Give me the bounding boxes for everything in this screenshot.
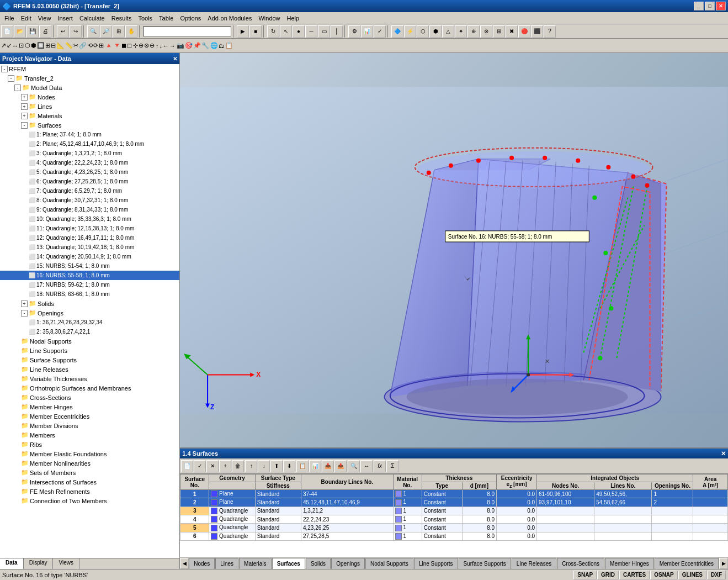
tb-extra5[interactable]: △: [442, 25, 454, 38]
tb-extra6[interactable]: ✦: [455, 25, 467, 38]
tb-extra10[interactable]: ✖: [506, 25, 518, 38]
menu-table[interactable]: Table: [156, 14, 177, 23]
tree-rfem[interactable]: - RFEM: [0, 64, 179, 73]
tb-pan[interactable]: ✋: [125, 25, 137, 38]
expand-transfer2[interactable]: -: [8, 75, 14, 82]
tab-materials[interactable]: Materials: [239, 558, 272, 569]
tree-surfaces[interactable]: - 📁 Surfaces: [0, 120, 179, 130]
tb-member[interactable]: │: [331, 25, 343, 38]
tree-nodal-supports[interactable]: 📁 Nodal Supports: [0, 336, 179, 346]
tree-surf-8[interactable]: ⬜ 8: Quadrangle; 30,7,32,31; 1; 8.0 mm: [0, 196, 179, 205]
tree-member-hinges[interactable]: 📁 Member Hinges: [0, 402, 179, 412]
command-input[interactable]: [143, 27, 231, 36]
nav-tab-display[interactable]: Display: [24, 558, 54, 569]
tb2-15[interactable]: ⟳: [93, 42, 98, 49]
tb-calc[interactable]: ⚙: [348, 25, 360, 38]
tree-surf-9[interactable]: ⬜ 9: Quadrangle; 8,31,34,33; 1; 8.0 mm: [0, 205, 179, 214]
tb2-13[interactable]: 🔗: [79, 42, 87, 49]
tb-surface[interactable]: ▭: [318, 25, 330, 38]
tree-surf-17[interactable]: ⬜ 17: NURBS; 59-62; 1; 8.0 mm: [0, 280, 179, 289]
tb-node[interactable]: ●: [293, 25, 305, 38]
maximize-button[interactable]: □: [705, 2, 715, 10]
tb2-10[interactable]: 📐: [57, 42, 65, 49]
tab-scroll-left[interactable]: ◀: [180, 558, 189, 569]
viewport-3d[interactable]: Z X: [180, 53, 728, 447]
tb-zoom-all[interactable]: ⊞: [113, 25, 125, 38]
tree-fe-mesh[interactable]: 📁 FE Mesh Refinements: [0, 487, 179, 496]
tb2-7[interactable]: 🔲: [37, 42, 45, 49]
tb-undo[interactable]: ↩: [57, 25, 69, 38]
dxf-button[interactable]: DXF: [707, 571, 726, 579]
tree-line-supports[interactable]: 📁 Line Supports: [0, 346, 179, 355]
tb2-27[interactable]: ←: [163, 43, 169, 49]
tbl-btn-4[interactable]: +: [219, 460, 231, 472]
tbl-btn-5[interactable]: 🗑: [232, 460, 244, 472]
tb-zoom-out[interactable]: 🔎: [100, 25, 112, 38]
tab-nodal-supports[interactable]: Nodal Supports: [365, 558, 413, 569]
expand-openings[interactable]: -: [21, 310, 28, 317]
tb-extra2[interactable]: ⚡: [404, 25, 416, 38]
tb2-3[interactable]: ↔: [12, 43, 18, 49]
tb-results[interactable]: 📊: [361, 25, 373, 38]
tb-print[interactable]: 🖨: [39, 25, 51, 38]
tb2-30[interactable]: 🎯: [185, 42, 193, 49]
tab-scroll-right[interactable]: ▶: [719, 558, 728, 569]
tree-surf-13[interactable]: ⬜ 13: Quadrangle; 10,19,42,18; 1; 8.0 mm: [0, 242, 179, 252]
tb2-18[interactable]: 🔻: [113, 42, 121, 49]
table-row[interactable]: 3 Quadrangle Standard 1,3,21,2 1 Constan…: [180, 507, 728, 515]
tbl-btn-6[interactable]: ↑: [245, 460, 257, 472]
tbl-btn-fx[interactable]: fx: [374, 460, 386, 472]
tb-select[interactable]: ↖: [280, 25, 292, 38]
tree-surf-11[interactable]: ⬜ 11: Quadrangle; 12,15,38,13; 1; 8.0 mm: [0, 224, 179, 233]
expand-nodes[interactable]: +: [21, 94, 28, 101]
tb2-35[interactable]: 📋: [225, 42, 233, 49]
expand-lines[interactable]: +: [21, 103, 28, 110]
tree-openings[interactable]: - 📁 Openings: [0, 308, 179, 318]
tree-surf-4[interactable]: ⬜ 4: Quadrangle; 22,2,24,23; 1; 8.0 mm: [0, 158, 179, 167]
tab-line-releases[interactable]: Line Releases: [512, 558, 556, 569]
tree-mem-nonlin[interactable]: 📁 Member Nonlinearities: [0, 458, 179, 468]
minimize-button[interactable]: _: [694, 2, 704, 10]
menu-view[interactable]: View: [35, 14, 55, 23]
tree-surf-3[interactable]: ⬜ 3: Quadrangle; 1,3,21,2; 1; 8.0 mm: [0, 149, 179, 158]
tb2-16[interactable]: ⊞: [99, 42, 104, 49]
grid-button[interactable]: GRID: [597, 571, 619, 579]
tb-extra7[interactable]: ⊕: [467, 25, 480, 38]
tb-stop[interactable]: ■: [249, 25, 262, 38]
tb2-21[interactable]: ⊹: [133, 42, 138, 49]
tb-run[interactable]: ▶: [237, 25, 249, 38]
tb-help[interactable]: ?: [544, 25, 556, 38]
expand-rfem[interactable]: -: [1, 66, 8, 72]
tab-cross-sections[interactable]: Cross-Sections: [557, 558, 604, 569]
tree-modeldata[interactable]: - 📁 Model Data: [0, 83, 179, 92]
menu-help[interactable]: Help: [284, 14, 303, 23]
tb-extra11[interactable]: 🔴: [518, 25, 530, 38]
tb-zoom-in[interactable]: 🔍: [87, 25, 99, 38]
menu-results[interactable]: Results: [108, 14, 135, 23]
tb2-26[interactable]: ↓: [160, 43, 163, 49]
window-controls[interactable]: _ □ ✕: [694, 2, 726, 10]
tb2-34[interactable]: 🗂: [219, 43, 225, 49]
tree-surf-12[interactable]: ⬜ 12: Quadrangle; 16,49,17,11; 1; 8.0 mm: [0, 233, 179, 242]
tree-solids[interactable]: + 📁 Solids: [0, 299, 179, 308]
tab-solids[interactable]: Solids: [306, 558, 331, 569]
navigator-close[interactable]: ✕: [173, 56, 177, 62]
tab-surface-supports[interactable]: Surface Supports: [459, 558, 511, 569]
menu-insert[interactable]: Insert: [54, 14, 76, 23]
tree-surf-2[interactable]: ⬜ 2: Plane; 45,12,48,11,47,10,46,9; 1; 8…: [0, 139, 179, 149]
tb-line[interactable]: ─: [305, 25, 317, 38]
navigator-tree[interactable]: - RFEM - 📁 Transfer_2 - 📁 Model Data + 📁…: [0, 64, 179, 558]
nav-tab-views[interactable]: Views: [53, 558, 79, 569]
tab-member-ecc[interactable]: Member Eccentricities: [655, 558, 719, 569]
tree-surf-14[interactable]: ⬜ 14: Quadrangle; 20,50,14,9; 1; 8.0 mm: [0, 252, 179, 261]
tree-surface-supports[interactable]: 📁 Surface Supports: [0, 355, 179, 365]
tree-sets-members[interactable]: 📁 Sets of Members: [0, 468, 179, 477]
expand-surfaces[interactable]: -: [21, 122, 28, 129]
tree-surf-18[interactable]: ⬜ 18: NURBS; 63-66; 1; 8.0 mm: [0, 289, 179, 299]
tbl-btn-1[interactable]: 📄: [181, 460, 193, 472]
tb-extra1[interactable]: 🔷: [391, 25, 403, 38]
menu-options[interactable]: Options: [177, 14, 204, 23]
menu-addon[interactable]: Add-on Modules: [204, 14, 255, 23]
tab-openings[interactable]: Openings: [331, 558, 365, 569]
expand-solids[interactable]: +: [21, 300, 28, 307]
